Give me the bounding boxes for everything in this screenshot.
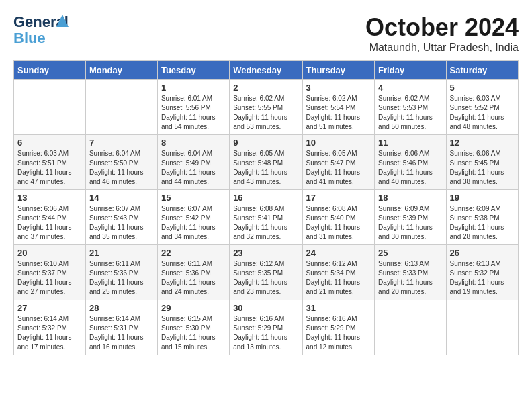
weekday-header-saturday: Saturday <box>446 61 518 80</box>
location-subtitle: Mataundh, Uttar Pradesh, India <box>365 42 519 54</box>
day-info: Sunrise: 6:09 AM Sunset: 5:39 PM Dayligh… <box>378 204 442 242</box>
day-number: 18 <box>378 193 442 203</box>
day-number: 4 <box>378 83 442 93</box>
calendar-cell: 5Sunrise: 6:03 AM Sunset: 5:52 PM Daylig… <box>446 80 518 135</box>
calendar-cell: 13Sunrise: 6:06 AM Sunset: 5:44 PM Dayli… <box>14 190 86 245</box>
day-number: 8 <box>161 138 226 148</box>
calendar-cell: 1Sunrise: 6:01 AM Sunset: 5:56 PM Daylig… <box>157 80 229 135</box>
day-number: 11 <box>378 138 442 148</box>
day-number: 28 <box>89 303 154 313</box>
calendar-cell: 17Sunrise: 6:08 AM Sunset: 5:40 PM Dayli… <box>302 190 375 245</box>
day-number: 14 <box>89 193 154 203</box>
calendar-cell: 10Sunrise: 6:05 AM Sunset: 5:47 PM Dayli… <box>302 135 375 190</box>
calendar-cell: 25Sunrise: 6:13 AM Sunset: 5:33 PM Dayli… <box>375 245 446 300</box>
calendar-header-row: SundayMondayTuesdayWednesdayThursdayFrid… <box>14 61 519 80</box>
calendar-cell: 14Sunrise: 6:07 AM Sunset: 5:43 PM Dayli… <box>85 190 157 245</box>
calendar-cell: 2Sunrise: 6:02 AM Sunset: 5:55 PM Daylig… <box>230 80 302 135</box>
day-info: Sunrise: 6:13 AM Sunset: 5:33 PM Dayligh… <box>378 259 442 297</box>
calendar-cell: 9Sunrise: 6:05 AM Sunset: 5:48 PM Daylig… <box>230 135 302 190</box>
calendar-cell: 30Sunrise: 6:16 AM Sunset: 5:29 PM Dayli… <box>230 300 302 355</box>
day-number: 17 <box>306 193 371 203</box>
day-number: 22 <box>161 248 226 258</box>
logo-icon: General Blue <box>13 13 67 47</box>
day-number: 31 <box>306 303 371 313</box>
day-info: Sunrise: 6:06 AM Sunset: 5:46 PM Dayligh… <box>378 149 442 187</box>
weekday-header-monday: Monday <box>85 61 157 80</box>
calendar-cell: 28Sunrise: 6:14 AM Sunset: 5:31 PM Dayli… <box>85 300 157 355</box>
day-info: Sunrise: 6:03 AM Sunset: 5:51 PM Dayligh… <box>17 149 82 187</box>
calendar-cell: 12Sunrise: 6:06 AM Sunset: 5:45 PM Dayli… <box>446 135 518 190</box>
day-info: Sunrise: 6:02 AM Sunset: 5:53 PM Dayligh… <box>378 94 442 132</box>
calendar-week-row: 1Sunrise: 6:01 AM Sunset: 5:56 PM Daylig… <box>14 80 519 135</box>
day-info: Sunrise: 6:02 AM Sunset: 5:55 PM Dayligh… <box>233 94 298 132</box>
day-number: 30 <box>233 303 298 313</box>
day-info: Sunrise: 6:04 AM Sunset: 5:50 PM Dayligh… <box>89 149 154 187</box>
calendar-cell <box>85 80 157 135</box>
day-info: Sunrise: 6:08 AM Sunset: 5:40 PM Dayligh… <box>306 204 371 242</box>
day-info: Sunrise: 6:04 AM Sunset: 5:49 PM Dayligh… <box>161 149 226 187</box>
day-info: Sunrise: 6:15 AM Sunset: 5:30 PM Dayligh… <box>161 314 226 352</box>
calendar-cell: 18Sunrise: 6:09 AM Sunset: 5:39 PM Dayli… <box>375 190 446 245</box>
day-info: Sunrise: 6:10 AM Sunset: 5:37 PM Dayligh… <box>17 259 82 297</box>
day-info: Sunrise: 6:02 AM Sunset: 5:54 PM Dayligh… <box>306 94 371 132</box>
day-number: 12 <box>450 138 515 148</box>
calendar-cell: 20Sunrise: 6:10 AM Sunset: 5:37 PM Dayli… <box>14 245 86 300</box>
day-number: 5 <box>450 83 515 93</box>
day-number: 7 <box>89 138 154 148</box>
day-number: 15 <box>161 193 226 203</box>
day-info: Sunrise: 6:06 AM Sunset: 5:45 PM Dayligh… <box>450 149 515 187</box>
day-info: Sunrise: 6:03 AM Sunset: 5:52 PM Dayligh… <box>450 94 515 132</box>
title-section: October 2024 Mataundh, Uttar Pradesh, In… <box>365 13 519 54</box>
day-number: 2 <box>233 83 298 93</box>
day-number: 6 <box>17 138 82 148</box>
day-number: 21 <box>89 248 154 258</box>
calendar-cell: 26Sunrise: 6:13 AM Sunset: 5:32 PM Dayli… <box>446 245 518 300</box>
day-number: 13 <box>17 193 82 203</box>
day-info: Sunrise: 6:13 AM Sunset: 5:32 PM Dayligh… <box>450 259 515 297</box>
day-info: Sunrise: 6:16 AM Sunset: 5:29 PM Dayligh… <box>306 314 371 352</box>
calendar-cell: 15Sunrise: 6:07 AM Sunset: 5:42 PM Dayli… <box>157 190 229 245</box>
page-header: General Blue October 2024 Mataundh, Utta… <box>13 13 519 54</box>
weekday-header-friday: Friday <box>375 61 446 80</box>
day-info: Sunrise: 6:05 AM Sunset: 5:48 PM Dayligh… <box>233 149 298 187</box>
day-number: 29 <box>161 303 226 313</box>
day-number: 16 <box>233 193 298 203</box>
day-number: 27 <box>17 303 82 313</box>
calendar-cell: 4Sunrise: 6:02 AM Sunset: 5:53 PM Daylig… <box>375 80 446 135</box>
calendar-cell: 29Sunrise: 6:15 AM Sunset: 5:30 PM Dayli… <box>157 300 229 355</box>
calendar-cell: 22Sunrise: 6:11 AM Sunset: 5:36 PM Dayli… <box>157 245 229 300</box>
day-info: Sunrise: 6:14 AM Sunset: 5:31 PM Dayligh… <box>89 314 154 352</box>
day-info: Sunrise: 6:11 AM Sunset: 5:36 PM Dayligh… <box>161 259 226 297</box>
day-number: 24 <box>306 248 371 258</box>
day-number: 25 <box>378 248 442 258</box>
calendar-week-row: 6Sunrise: 6:03 AM Sunset: 5:51 PM Daylig… <box>14 135 519 190</box>
day-info: Sunrise: 6:11 AM Sunset: 5:36 PM Dayligh… <box>89 259 154 297</box>
day-number: 20 <box>17 248 82 258</box>
calendar-cell: 3Sunrise: 6:02 AM Sunset: 5:54 PM Daylig… <box>302 80 375 135</box>
day-info: Sunrise: 6:12 AM Sunset: 5:35 PM Dayligh… <box>233 259 298 297</box>
weekday-header-tuesday: Tuesday <box>157 61 229 80</box>
calendar-week-row: 20Sunrise: 6:10 AM Sunset: 5:37 PM Dayli… <box>14 245 519 300</box>
day-info: Sunrise: 6:14 AM Sunset: 5:32 PM Dayligh… <box>17 314 82 352</box>
calendar-cell: 11Sunrise: 6:06 AM Sunset: 5:46 PM Dayli… <box>375 135 446 190</box>
calendar-week-row: 13Sunrise: 6:06 AM Sunset: 5:44 PM Dayli… <box>14 190 519 245</box>
weekday-header-sunday: Sunday <box>14 61 86 80</box>
calendar-cell <box>14 80 86 135</box>
weekday-header-wednesday: Wednesday <box>230 61 302 80</box>
calendar-cell: 21Sunrise: 6:11 AM Sunset: 5:36 PM Dayli… <box>85 245 157 300</box>
day-info: Sunrise: 6:09 AM Sunset: 5:38 PM Dayligh… <box>450 204 515 242</box>
calendar-cell <box>446 300 518 355</box>
calendar-table: SundayMondayTuesdayWednesdayThursdayFrid… <box>13 60 519 355</box>
calendar-cell: 19Sunrise: 6:09 AM Sunset: 5:38 PM Dayli… <box>446 190 518 245</box>
day-number: 10 <box>306 138 371 148</box>
logo: General Blue <box>13 13 67 47</box>
day-number: 19 <box>450 193 515 203</box>
calendar-cell: 8Sunrise: 6:04 AM Sunset: 5:49 PM Daylig… <box>157 135 229 190</box>
calendar-cell: 6Sunrise: 6:03 AM Sunset: 5:51 PM Daylig… <box>14 135 86 190</box>
day-number: 3 <box>306 83 371 93</box>
calendar-cell: 27Sunrise: 6:14 AM Sunset: 5:32 PM Dayli… <box>14 300 86 355</box>
day-info: Sunrise: 6:07 AM Sunset: 5:43 PM Dayligh… <box>89 204 154 242</box>
day-info: Sunrise: 6:07 AM Sunset: 5:42 PM Dayligh… <box>161 204 226 242</box>
day-info: Sunrise: 6:16 AM Sunset: 5:29 PM Dayligh… <box>233 314 298 352</box>
calendar-week-row: 27Sunrise: 6:14 AM Sunset: 5:32 PM Dayli… <box>14 300 519 355</box>
